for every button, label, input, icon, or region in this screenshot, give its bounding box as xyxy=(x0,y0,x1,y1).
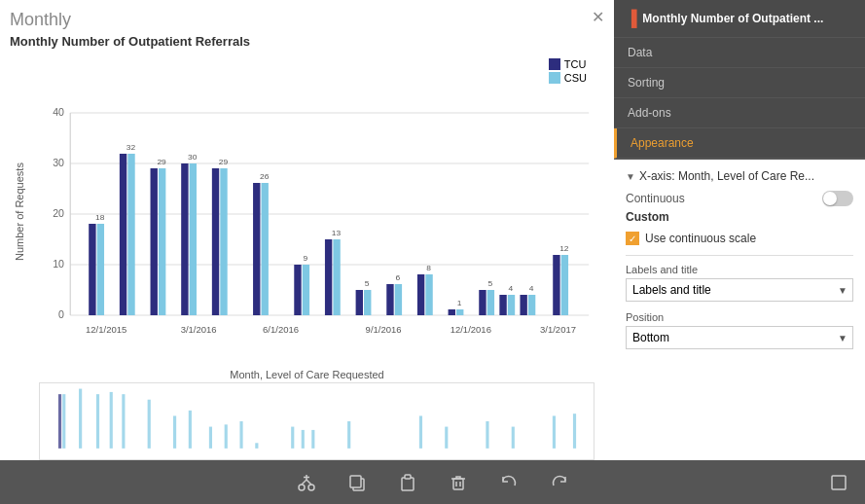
labels-dropdown-row: Labels and title Labels and title None T… xyxy=(626,264,853,302)
mini-chart-label: Month, Level of Care Requested xyxy=(10,369,604,380)
expand-button[interactable] xyxy=(824,470,853,495)
svg-text:3/1/2017: 3/1/2017 xyxy=(540,325,576,335)
svg-rect-44 xyxy=(449,309,455,315)
svg-rect-67 xyxy=(79,389,82,449)
continuous-toggle-row: Continuous xyxy=(626,191,853,206)
svg-rect-42 xyxy=(425,274,432,315)
svg-point-89 xyxy=(308,485,314,490)
position-dropdown[interactable]: Bottom Top Left Right xyxy=(626,326,853,349)
nav-item-addons[interactable]: Add-ons xyxy=(614,98,865,128)
svg-rect-45 xyxy=(456,309,463,315)
svg-text:40: 40 xyxy=(53,107,64,118)
svg-rect-66 xyxy=(62,394,65,449)
svg-line-91 xyxy=(306,480,311,485)
svg-text:12: 12 xyxy=(559,244,569,253)
use-continuous-checkbox-row[interactable]: ✓ Use continuous scale xyxy=(626,232,853,245)
divider-1 xyxy=(626,255,853,256)
position-dropdown-wrapper: Bottom Top Left Right ▼ xyxy=(626,326,853,349)
svg-text:10: 10 xyxy=(53,259,64,270)
svg-text:5: 5 xyxy=(488,279,493,288)
svg-rect-73 xyxy=(189,411,192,449)
svg-text:9/1/2016: 9/1/2016 xyxy=(366,325,402,335)
svg-rect-38 xyxy=(386,284,393,315)
use-continuous-label: Use continuous scale xyxy=(645,232,756,245)
svg-rect-98 xyxy=(453,479,463,489)
svg-rect-82 xyxy=(419,415,422,448)
svg-rect-65 xyxy=(58,394,61,449)
svg-text:6/1/2016: 6/1/2016 xyxy=(263,325,299,335)
svg-text:4: 4 xyxy=(509,284,514,293)
svg-rect-74 xyxy=(209,427,212,449)
xaxis-label: X-axis: Month, Level of Care Re... xyxy=(639,169,814,183)
svg-rect-20 xyxy=(181,163,188,315)
svg-text:32: 32 xyxy=(126,143,136,152)
svg-text:0: 0 xyxy=(58,309,64,320)
svg-rect-51 xyxy=(508,295,515,315)
position-dropdown-row: Position Bottom Top Left Right ▼ xyxy=(626,311,853,349)
svg-text:29: 29 xyxy=(157,158,166,166)
nav-item-sorting[interactable]: Sorting xyxy=(614,68,865,98)
svg-rect-36 xyxy=(364,290,371,315)
undo-button[interactable] xyxy=(493,469,524,496)
labels-dropdown-label: Labels and title xyxy=(626,264,853,275)
svg-text:3/1/2016: 3/1/2016 xyxy=(181,325,217,335)
svg-rect-75 xyxy=(225,424,228,449)
svg-rect-77 xyxy=(255,443,258,449)
svg-rect-68 xyxy=(96,394,99,449)
svg-rect-69 xyxy=(110,392,113,449)
svg-rect-96 xyxy=(402,478,414,490)
svg-text:1: 1 xyxy=(457,299,462,307)
svg-rect-57 xyxy=(561,255,568,315)
chart-legend: TCU CSU xyxy=(541,54,595,90)
legend-color-tcu xyxy=(549,58,560,70)
svg-text:20: 20 xyxy=(53,208,64,219)
cut-button[interactable] xyxy=(291,469,322,496)
chart-icon: ▐ xyxy=(626,10,636,27)
paste-button[interactable] xyxy=(392,469,423,496)
svg-rect-54 xyxy=(528,295,535,315)
svg-text:18: 18 xyxy=(95,213,105,222)
svg-rect-95 xyxy=(350,476,361,487)
svg-text:9: 9 xyxy=(304,254,308,263)
chart-area: Monthly Monthly Number of Outpatient Ref… xyxy=(0,0,614,460)
labels-dropdown[interactable]: Labels and title None Title only Labels … xyxy=(626,278,853,302)
chart-title-main: Monthly xyxy=(10,10,604,30)
checkbox-checked-icon: ✓ xyxy=(626,232,639,245)
svg-rect-78 xyxy=(291,427,294,449)
nav-item-data[interactable]: Data xyxy=(614,38,865,68)
labels-dropdown-wrapper: Labels and title None Title only Labels … xyxy=(626,278,853,302)
svg-rect-12 xyxy=(97,224,104,315)
svg-text:29: 29 xyxy=(219,158,229,166)
redo-button[interactable] xyxy=(544,469,575,496)
continuous-toggle[interactable] xyxy=(822,191,853,206)
svg-rect-47 xyxy=(479,290,486,315)
svg-rect-97 xyxy=(405,475,411,479)
position-dropdown-label: Position xyxy=(626,311,853,323)
svg-rect-71 xyxy=(148,400,151,449)
svg-rect-33 xyxy=(333,239,340,315)
close-button[interactable]: ✕ xyxy=(589,8,606,25)
svg-rect-23 xyxy=(212,168,219,315)
xaxis-section-header[interactable]: ▼ X-axis: Month, Level of Care Re... xyxy=(626,169,853,183)
svg-text:12/1/2015: 12/1/2015 xyxy=(86,325,126,335)
legend-item-csu: CSU xyxy=(549,72,587,84)
y-axis-label: Number of Requests xyxy=(10,54,29,369)
copy-button[interactable] xyxy=(342,469,373,496)
svg-rect-86 xyxy=(553,415,556,448)
svg-rect-80 xyxy=(311,430,314,449)
svg-rect-29 xyxy=(294,265,301,315)
panel-content: ▼ X-axis: Month, Level of Care Re... Con… xyxy=(614,160,865,460)
legend-item-tcu: TCU xyxy=(549,58,587,70)
svg-rect-48 xyxy=(487,290,494,315)
delete-button[interactable] xyxy=(443,469,474,496)
nav-item-appearance[interactable]: Appearance xyxy=(614,128,865,159)
svg-rect-70 xyxy=(122,394,125,449)
mini-chart xyxy=(39,382,595,460)
svg-text:8: 8 xyxy=(426,264,431,272)
svg-rect-27 xyxy=(262,183,269,315)
legend-label-tcu: TCU xyxy=(564,58,587,70)
svg-rect-21 xyxy=(190,163,197,315)
svg-rect-11 xyxy=(89,224,95,315)
svg-text:12/1/2016: 12/1/2016 xyxy=(451,325,491,335)
svg-rect-72 xyxy=(173,415,176,448)
